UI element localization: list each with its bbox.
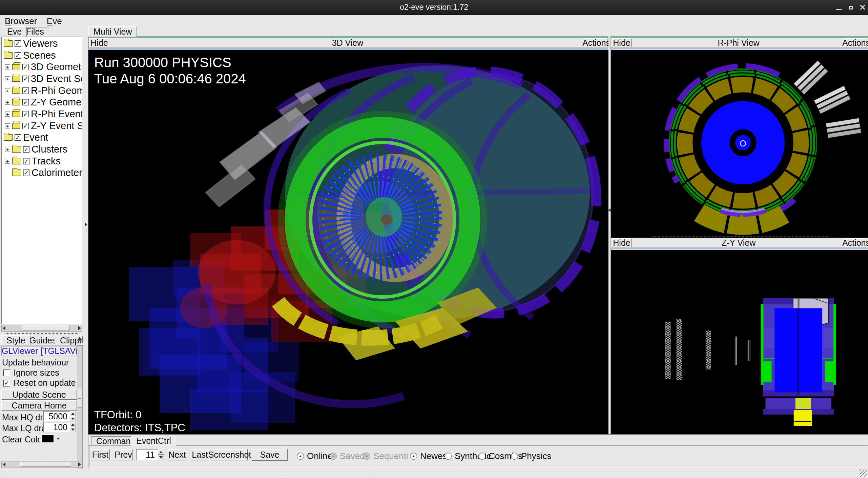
tree-checkbox[interactable]: ✓ bbox=[22, 64, 29, 70]
tree-panel[interactable]: ✓ Viewers ✓ Scenes + ✓ 3D Geometry + ✓ 3… bbox=[1, 37, 82, 324]
tree-item-event[interactable]: ✓ Event bbox=[2, 132, 82, 144]
views-vsplitter[interactable] bbox=[608, 36, 611, 434]
tree-item-3d-geometry[interactable]: + ✓ 3D Geometry bbox=[2, 61, 82, 73]
viewport-rphi[interactable] bbox=[611, 50, 868, 236]
prev-button[interactable]: Prev bbox=[114, 449, 133, 460]
viewport-zy[interactable] bbox=[611, 250, 868, 434]
tree-item-viewers[interactable]: ✓ Viewers bbox=[2, 38, 82, 49]
tree-item-rphi-event-scene[interactable]: + ✓ R-Phi Event Scene bbox=[2, 108, 82, 120]
tab-style[interactable]: Style bbox=[1, 335, 30, 345]
scroll-left-icon[interactable] bbox=[3, 326, 5, 330]
viewport-3d[interactable]: Run 300000 PHYSICS Tue Aug 6 00:06:46 20… bbox=[88, 50, 608, 434]
radio-icon[interactable]: ● bbox=[297, 453, 304, 460]
scrollbar-thumb[interactable] bbox=[20, 462, 71, 467]
rphi-hide-button[interactable]: Hide bbox=[612, 38, 632, 47]
radio-physics[interactable]: Physics bbox=[511, 451, 552, 461]
expand-plus-icon[interactable]: + bbox=[5, 88, 10, 93]
scrollbar-thumb[interactable] bbox=[22, 325, 69, 331]
scrollbar-thumb[interactable] bbox=[78, 388, 82, 407]
main-vsplitter[interactable] bbox=[84, 36, 88, 469]
radio-icon[interactable]: ● bbox=[363, 453, 370, 460]
tree-checkbox[interactable]: ✓ bbox=[15, 134, 21, 141]
reset-on-update-checkbox[interactable]: ✓ bbox=[3, 380, 10, 386]
resize-grip[interactable] bbox=[860, 470, 867, 477]
maximize-button[interactable] bbox=[845, 2, 857, 13]
screenshot-button[interactable]: Screenshot bbox=[212, 449, 248, 460]
view3d-actions-button[interactable]: Actions bbox=[585, 38, 607, 47]
radio-newest[interactable]: ● Newest bbox=[410, 451, 450, 461]
minimize-button[interactable] bbox=[833, 2, 845, 13]
expand-plus-icon[interactable]: + bbox=[5, 100, 10, 105]
tree-checkbox[interactable]: ✓ bbox=[23, 146, 29, 153]
last-button[interactable]: Last bbox=[191, 449, 209, 460]
spin-down-icon[interactable] bbox=[158, 455, 164, 460]
tree-checkbox[interactable]: ✓ bbox=[15, 40, 21, 47]
tree-checkbox[interactable]: ✓ bbox=[22, 111, 29, 117]
close-button[interactable] bbox=[856, 2, 868, 13]
update-scene-button[interactable]: Update Scene bbox=[1, 390, 77, 400]
radio-icon[interactable]: ● bbox=[330, 453, 337, 460]
tree-checkbox[interactable]: ✓ bbox=[22, 99, 29, 105]
zy-splitter[interactable] bbox=[652, 236, 828, 237]
expand-plus-icon[interactable]: + bbox=[5, 112, 10, 117]
tree-checkbox[interactable]: ✓ bbox=[23, 170, 29, 176]
tab-eventctrl[interactable]: EventCtrl bbox=[131, 436, 176, 446]
sidebar-splitter[interactable] bbox=[5, 333, 79, 335]
save-button[interactable]: Save bbox=[252, 449, 287, 460]
tree-item-zy-event-scene[interactable]: + ✓ Z-Y Event Scene bbox=[2, 120, 82, 132]
tree-item-rphi-geometry[interactable]: + ✓ R-Phi Geometry bbox=[2, 85, 82, 97]
radio-saved[interactable]: ● Saved bbox=[330, 451, 365, 461]
radio-sequential[interactable]: ● Sequential bbox=[363, 451, 408, 461]
tab-scroll-up-button[interactable] bbox=[77, 336, 83, 341]
menu-browser[interactable]: Browser bbox=[1, 15, 41, 27]
tab-eve[interactable]: Eve bbox=[2, 26, 27, 37]
scroll-right-icon[interactable] bbox=[78, 462, 81, 466]
max-hq-spinner[interactable]: 5000 bbox=[43, 411, 70, 421]
ignore-sizes-checkbox[interactable] bbox=[3, 370, 10, 376]
expand-plus-icon[interactable]: + bbox=[5, 123, 10, 128]
tab-multi-view[interactable]: Multi View bbox=[88, 26, 137, 37]
tree-checkbox[interactable]: ✓ bbox=[22, 87, 29, 94]
camera-home-button[interactable]: Camera Home bbox=[1, 400, 77, 411]
radio-icon[interactable]: ● bbox=[410, 453, 417, 460]
tree-item-tracks[interactable]: + ✓ Tracks bbox=[2, 155, 82, 167]
tree-hscrollbar[interactable] bbox=[1, 325, 82, 332]
radio-icon[interactable] bbox=[511, 453, 518, 460]
expand-plus-icon[interactable]: + bbox=[5, 159, 10, 164]
next-button[interactable]: Next bbox=[168, 449, 186, 460]
clear-color-dropdown-button[interactable] bbox=[55, 435, 61, 442]
zy-hide-button[interactable]: Hide bbox=[612, 238, 632, 247]
tree-item-clusters[interactable]: + ✓ Clusters bbox=[2, 143, 82, 155]
spin-down-icon[interactable] bbox=[70, 416, 76, 421]
rphi-actions-button[interactable]: Actions bbox=[845, 38, 867, 47]
expand-plus-icon[interactable]: + bbox=[5, 147, 10, 152]
spin-down-icon[interactable] bbox=[70, 427, 76, 432]
clear-color-swatch[interactable] bbox=[41, 434, 54, 443]
tree-checkbox[interactable]: ✓ bbox=[22, 123, 29, 129]
tree-checkbox[interactable]: ✓ bbox=[23, 158, 29, 164]
tree-item-calorimeters[interactable]: ✓ Calorimeters bbox=[2, 167, 82, 179]
scroll-left-icon[interactable] bbox=[3, 462, 5, 466]
spin-up-icon[interactable] bbox=[70, 422, 76, 427]
splitter-arrow-icon[interactable] bbox=[85, 222, 87, 226]
tree-item-zy-geometry[interactable]: + ✓ Z-Y Geometry bbox=[2, 96, 82, 108]
zy-actions-button[interactable]: Actions bbox=[845, 238, 867, 247]
spin-up-icon[interactable] bbox=[70, 411, 76, 416]
scroll-right-icon[interactable] bbox=[78, 326, 81, 330]
style-hscrollbar[interactable] bbox=[1, 461, 82, 467]
tree-item-scenes[interactable]: ✓ Scenes bbox=[2, 49, 82, 61]
first-button[interactable]: First bbox=[91, 449, 110, 460]
max-lq-spinner[interactable]: 100 bbox=[43, 422, 70, 432]
tree-item-3d-event-scene[interactable]: + ✓ 3D Event Scene bbox=[2, 73, 82, 85]
tree-checkbox[interactable]: ✓ bbox=[15, 52, 21, 59]
menu-eve[interactable]: Eve bbox=[43, 15, 66, 27]
event-number-input[interactable]: 11 bbox=[136, 449, 158, 460]
splitter-arrow-icon[interactable] bbox=[608, 208, 611, 212]
tree-checkbox[interactable]: ✓ bbox=[22, 76, 29, 82]
expand-plus-icon[interactable]: + bbox=[5, 64, 10, 69]
radio-icon[interactable] bbox=[445, 453, 452, 460]
spin-up-icon[interactable] bbox=[158, 449, 164, 455]
expand-plus-icon[interactable]: + bbox=[5, 76, 10, 81]
radio-icon[interactable] bbox=[478, 453, 485, 460]
style-vscrollbar[interactable] bbox=[77, 345, 83, 478]
